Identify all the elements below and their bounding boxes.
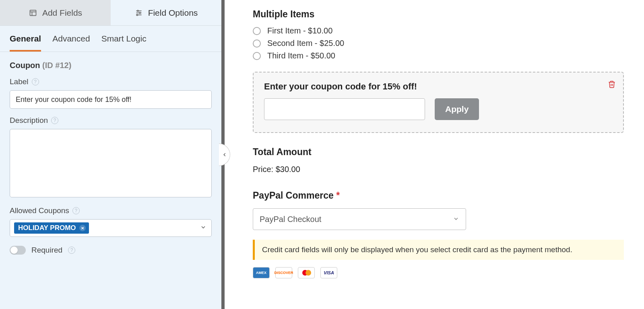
payment-method-value: PayPal Checkout (260, 215, 321, 224)
label-allowed-coupons: Allowed Coupons (10, 206, 69, 215)
label-description: Description (10, 116, 48, 125)
remove-chip-icon[interactable]: ✕ (79, 225, 86, 231)
coupon-field-label: Enter your coupon code for 15% off! (264, 81, 613, 92)
radio-group: First Item - $10.00 Second Item - $25.00… (253, 26, 624, 60)
tab-add-fields[interactable]: Add Fields (0, 0, 111, 26)
section-name: Coupon (10, 61, 40, 70)
radio-label: Second Item - $25.00 (267, 39, 344, 48)
mastercard-icon (298, 267, 315, 278)
help-icon[interactable]: ? (51, 117, 58, 124)
label-required: Required (31, 246, 62, 255)
tab-field-options-label: Field Options (148, 8, 198, 18)
coupon-chip: HOLIDAY PROMO ✕ (14, 222, 89, 234)
required-toggle[interactable] (10, 246, 26, 255)
credit-card-notice: Credit card fields will only be displaye… (253, 240, 624, 260)
subtab-general[interactable]: General (10, 34, 41, 52)
coupon-chip-label: HOLIDAY PROMO (18, 224, 76, 232)
apply-button[interactable]: Apply (435, 98, 479, 120)
svg-point-4 (137, 10, 138, 11)
tab-add-fields-label: Add Fields (42, 8, 82, 18)
required-star: * (336, 190, 340, 201)
radio-icon[interactable] (253, 27, 261, 35)
amex-card-icon: AMEX (253, 267, 270, 278)
section-title: Coupon (ID #12) (10, 61, 212, 70)
help-icon[interactable]: ? (32, 78, 39, 85)
help-icon[interactable]: ? (72, 207, 80, 214)
section-id: (ID #12) (42, 61, 71, 70)
top-tabs: Add Fields Field Options (0, 0, 221, 26)
discover-card-icon: DISCOVER (275, 267, 292, 278)
sub-tabs: General Advanced Smart Logic (0, 26, 221, 52)
subtab-advanced[interactable]: Advanced (52, 34, 90, 52)
help-icon[interactable]: ? (68, 247, 75, 254)
coupon-code-input[interactable] (264, 98, 425, 120)
radio-icon[interactable] (253, 39, 261, 48)
allowed-coupons-select[interactable]: HOLIDAY PROMO ✕ (10, 219, 212, 237)
svg-point-10 (305, 270, 311, 276)
radio-label: Third Item - $50.00 (267, 51, 335, 60)
label-label: Label (10, 77, 29, 86)
multiple-items-title: Multiple Items (253, 9, 624, 20)
radio-label: First Item - $10.00 (267, 26, 332, 35)
visa-card-icon: VISA (320, 267, 337, 278)
card-brand-row: AMEX DISCOVER VISA (253, 267, 624, 278)
radio-icon[interactable] (253, 52, 261, 60)
price-line: Price: $30.00 (253, 165, 624, 174)
svg-point-6 (139, 12, 140, 13)
svg-point-8 (136, 14, 138, 15)
trash-icon[interactable] (608, 80, 616, 90)
payment-method-select[interactable]: PayPal Checkout (253, 208, 466, 230)
layout-icon (29, 8, 37, 17)
chevron-down-icon (200, 224, 206, 232)
svg-rect-0 (30, 10, 36, 15)
tab-field-options[interactable]: Field Options (111, 0, 221, 26)
sliders-icon (134, 8, 143, 17)
chevron-down-icon (453, 215, 459, 224)
subtab-smart-logic[interactable]: Smart Logic (101, 34, 147, 52)
total-amount-title: Total Amount (253, 147, 624, 158)
coupon-field-block[interactable]: Enter your coupon code for 15% off! Appl… (253, 72, 624, 133)
label-input[interactable] (10, 90, 212, 109)
description-textarea[interactable] (10, 129, 212, 197)
paypal-title: PayPal Commerce * (253, 190, 624, 201)
